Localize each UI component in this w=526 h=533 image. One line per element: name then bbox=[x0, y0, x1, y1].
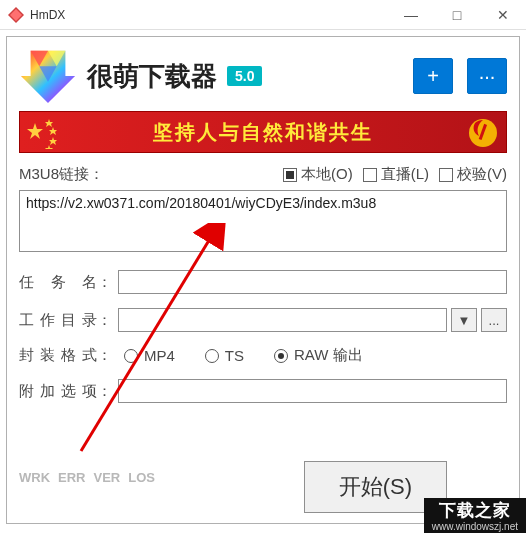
add-button[interactable]: + bbox=[413, 58, 453, 94]
window-title: HmDX bbox=[30, 8, 388, 22]
task-input[interactable] bbox=[118, 270, 507, 294]
dir-browse-button[interactable]: ... bbox=[481, 308, 507, 332]
tab-los[interactable]: LOS bbox=[128, 470, 155, 485]
tab-err[interactable]: ERR bbox=[58, 470, 85, 485]
options-input[interactable] bbox=[118, 379, 507, 403]
more-button[interactable]: ··· bbox=[467, 58, 507, 94]
app-icon bbox=[8, 7, 24, 23]
options-row: 附加选项： bbox=[19, 379, 507, 403]
format-label: 封装格式 bbox=[19, 346, 97, 365]
annotation-arrow-icon bbox=[71, 223, 241, 463]
watermark: 下载之家 www.windowszj.net bbox=[424, 498, 526, 533]
svg-marker-9 bbox=[49, 137, 57, 145]
status-tabs: WRK ERR VER LOS bbox=[19, 470, 155, 485]
banner: 坚持人与自然和谐共生 bbox=[19, 111, 507, 153]
main-frame: 很萌下载器 5.0 + ··· 坚持人与自然和谐共生 M3U8链接： bbox=[6, 36, 520, 524]
app-name: 很萌下载器 bbox=[87, 59, 217, 94]
options-label: 附加选项 bbox=[19, 382, 97, 401]
maximize-button[interactable]: □ bbox=[434, 0, 480, 30]
url-input[interactable] bbox=[19, 190, 507, 252]
minimize-button[interactable]: — bbox=[388, 0, 434, 30]
banner-text: 坚持人与自然和谐共生 bbox=[153, 119, 373, 146]
logo-icon bbox=[19, 47, 77, 105]
watermark-url: www.windowszj.net bbox=[432, 521, 518, 533]
task-label: 任务名 bbox=[19, 273, 97, 292]
watermark-title: 下载之家 bbox=[432, 501, 518, 521]
task-row: 任务名： bbox=[19, 270, 507, 294]
version-badge: 5.0 bbox=[227, 66, 262, 86]
dir-input[interactable] bbox=[118, 308, 447, 332]
svg-marker-8 bbox=[49, 127, 57, 135]
dir-label: 工作目录 bbox=[19, 311, 97, 330]
close-button[interactable]: ✕ bbox=[480, 0, 526, 30]
local-checkbox[interactable]: 本地(O) bbox=[283, 165, 353, 184]
svg-marker-7 bbox=[45, 119, 53, 127]
svg-marker-1 bbox=[10, 9, 22, 21]
m3u8-row: M3U8链接： 本地(O) 直播(L) 校验(V) bbox=[19, 165, 507, 184]
radio-mp4[interactable]: MP4 bbox=[124, 347, 175, 364]
verify-checkbox[interactable]: 校验(V) bbox=[439, 165, 507, 184]
emblem-icon bbox=[464, 114, 502, 153]
tab-wrk[interactable]: WRK bbox=[19, 470, 50, 485]
radio-ts[interactable]: TS bbox=[205, 347, 244, 364]
radio-raw[interactable]: RAW 输出 bbox=[274, 346, 363, 365]
tab-ver[interactable]: VER bbox=[94, 470, 121, 485]
format-row: 封装格式： MP4 TS RAW 输出 bbox=[19, 346, 507, 365]
svg-marker-10 bbox=[45, 145, 53, 149]
titlebar: HmDX — □ ✕ bbox=[0, 0, 526, 30]
header: 很萌下载器 5.0 + ··· bbox=[19, 47, 507, 105]
live-checkbox[interactable]: 直播(L) bbox=[363, 165, 429, 184]
dir-row: 工作目录： ▼ ... bbox=[19, 308, 507, 332]
dir-dropdown-button[interactable]: ▼ bbox=[451, 308, 477, 332]
m3u8-label: M3U8链接： bbox=[19, 165, 104, 184]
svg-marker-6 bbox=[27, 123, 43, 139]
flag-stars-icon bbox=[20, 112, 80, 152]
